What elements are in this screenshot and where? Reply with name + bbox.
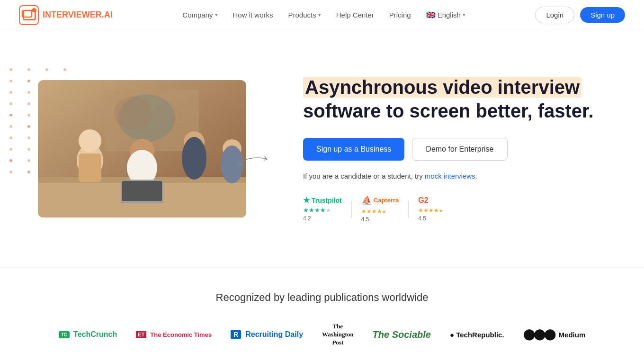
navbar: INTERVIEWER.AI Company ▾ How it works Pr…	[0, 0, 644, 30]
trustpilot-score: 4.2	[303, 215, 311, 222]
logo-text: INTERVIEWER.AI	[43, 10, 113, 20]
g2-stars: ★★★★★	[418, 206, 443, 214]
hero-photo	[38, 80, 246, 217]
nav-help-center[interactable]: Help Center	[336, 11, 374, 19]
hero-content: Asynchronous video interview software to…	[265, 75, 606, 223]
sociable-logo: The Sociable	[373, 329, 431, 340]
trustpilot-stars: ★★★★★	[303, 206, 331, 214]
logo[interactable]: INTERVIEWER.AI	[19, 5, 113, 25]
nav-pricing[interactable]: Pricing	[389, 11, 411, 19]
nav-actions: Login Sign up	[535, 7, 625, 23]
publications-section: Recognized by leading publications world…	[0, 267, 644, 362]
chevron-down-icon: ▾	[463, 12, 465, 18]
chevron-down-icon: ▾	[215, 12, 218, 18]
nav-company[interactable]: Company ▾	[182, 11, 217, 19]
g2-score: 4.5	[418, 215, 426, 222]
logo-icon	[19, 5, 39, 25]
medium-logo: ⬤⬤⬤ Medium	[523, 328, 586, 341]
washington-post-logo: TheWashingtonPost	[322, 323, 353, 347]
login-button[interactable]: Login	[535, 7, 574, 23]
svg-rect-15	[122, 181, 162, 201]
publications-title: Recognized by leading publications world…	[19, 291, 625, 304]
capterra-stars: ★★★★★	[361, 207, 386, 215]
g2-rating: G2 ★★★★★ 4.5	[418, 196, 443, 222]
chevron-down-icon: ▾	[318, 12, 321, 18]
techrepublic-logo: ● TechRepublic.	[450, 331, 504, 339]
signup-business-button[interactable]: Sign up as a Business	[303, 138, 404, 161]
trustpilot-rating: ★ Trustpilot ★★★★★ 4.2	[303, 196, 342, 222]
svg-point-10	[79, 129, 101, 152]
capterra-logo: ⛵ Capterra	[361, 195, 399, 206]
svg-point-6	[114, 97, 152, 130]
svg-rect-1	[33, 9, 36, 12]
trustpilot-logo: ★ Trustpilot	[303, 196, 342, 205]
demo-enterprise-button[interactable]: Demo for Enterprise	[412, 138, 507, 161]
hero-section: Asynchronous video interview software to…	[0, 30, 644, 267]
techcrunch-logo: TC TechCrunch	[59, 330, 117, 339]
svg-rect-0	[22, 10, 32, 17]
publications-logos: TC TechCrunch ET The Economic Times R Re…	[19, 323, 625, 362]
signup-button[interactable]: Sign up	[580, 7, 625, 23]
g2-logo: G2	[418, 196, 428, 205]
candidate-text: If you are a candidate or a student, try…	[303, 172, 606, 180]
rating-divider	[351, 200, 352, 217]
hero-buttons: Sign up as a Business Demo for Enterpris…	[303, 138, 606, 161]
hero-image-container	[38, 80, 265, 217]
economic-times-logo: ET The Economic Times	[136, 331, 212, 338]
svg-rect-11	[79, 154, 101, 182]
capterra-rating: ⛵ Capterra ★★★★★ 4.5	[361, 195, 399, 223]
nav-how-it-works[interactable]: How it works	[233, 11, 273, 19]
hero-image	[38, 80, 246, 217]
recruiting-daily-logo: R Recruiting Daily	[231, 330, 303, 339]
svg-point-17	[182, 137, 206, 180]
svg-point-2	[31, 9, 34, 12]
mock-interviews-link[interactable]: mock interviews	[425, 172, 475, 180]
nav-products[interactable]: Products ▾	[288, 11, 321, 19]
hero-title: Asynchronous video interview software to…	[303, 75, 606, 123]
rating-divider-2	[408, 200, 409, 217]
capterra-score: 4.5	[361, 216, 369, 223]
ratings-section: ★ Trustpilot ★★★★★ 4.2 ⛵ Capterra ★★★★★ …	[303, 195, 606, 223]
nav-links: Company ▾ How it works Products ▾ Help C…	[182, 10, 465, 19]
nav-language[interactable]: 🇬🇧 English ▾	[426, 10, 465, 19]
flag-icon: 🇬🇧	[426, 10, 436, 19]
